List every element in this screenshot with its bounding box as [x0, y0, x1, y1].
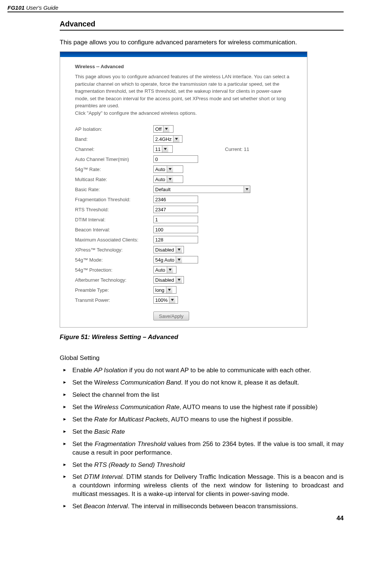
dtim-input[interactable]: 1	[153, 216, 198, 223]
list-item: Set DTIM Interval. DTIM stands for Deliv…	[60, 473, 344, 499]
mode54g-label: 54g™ Mode:	[75, 257, 153, 263]
section-title: Advanced	[60, 20, 344, 31]
chevron-down-icon	[176, 256, 182, 263]
chevron-down-icon	[173, 136, 179, 142]
doc-title: User's Guide	[25, 4, 58, 11]
chevron-down-icon	[176, 246, 182, 253]
preamble-select[interactable]: long	[153, 286, 176, 294]
rts-input[interactable]: 2347	[153, 206, 198, 213]
rts-label: RTS Threshold:	[75, 207, 153, 212]
panel-description: This page allows you to configure advanc…	[75, 73, 300, 117]
chevron-down-icon	[167, 266, 173, 273]
list-item: Set Beacon Interval. The interval in mil…	[60, 502, 344, 511]
afterburner-select[interactable]: Disabled	[153, 276, 184, 284]
global-setting-heading: Global Setting	[60, 354, 344, 362]
rate54g-label: 54g™ Rate:	[75, 167, 153, 172]
multicast-select[interactable]: Auto	[153, 176, 183, 183]
xpress-label: XPress™ Technology:	[75, 247, 153, 253]
chevron-down-icon	[176, 276, 182, 283]
intro-text: This page allows you to configure advanc…	[60, 39, 344, 46]
chevron-down-icon	[163, 126, 169, 132]
list-item: Enable AP Isolation if you do not want A…	[60, 366, 344, 375]
ap-isolation-label: AP Isolation:	[75, 126, 153, 132]
frag-input[interactable]: 2346	[153, 196, 198, 203]
chevron-down-icon	[167, 176, 173, 183]
wireless-advanced-panel: Wireless -- Advanced This page allows yo…	[60, 51, 307, 328]
bullet-list: Enable AP Isolation if you do not want A…	[60, 366, 344, 511]
max-clients-input[interactable]: 128	[153, 236, 198, 243]
current-channel-label: Current: 11	[225, 146, 249, 152]
list-item: Set the Basic Rate	[60, 428, 344, 436]
preamble-label: Preamble Type:	[75, 287, 153, 293]
panel-title: Wireless -- Advanced	[75, 64, 300, 69]
panel-title-bar	[60, 52, 307, 57]
chevron-down-icon	[169, 297, 175, 303]
band-label: Band:	[75, 136, 153, 142]
list-item: Set the RTS (Ready to Send) Threshold	[60, 461, 344, 470]
prot54g-label: 54g™ Protection:	[75, 267, 153, 273]
figure-caption: Figure 51: Wireless Setting – Advanced	[60, 333, 344, 341]
save-apply-button[interactable]: Save/Apply	[153, 312, 189, 320]
list-item: Set the Fragmentation Threshold values f…	[60, 440, 344, 457]
list-item: Set the Wireless Communication Rate, AUT…	[60, 403, 344, 412]
frag-label: Fragmentation Threshold:	[75, 197, 153, 202]
afterburner-label: Afterburner Technology:	[75, 277, 153, 283]
channel-label: Channel:	[75, 146, 153, 152]
page-header: FG101 User's Guide	[7, 4, 344, 12]
chevron-down-icon	[244, 186, 250, 193]
beacon-label: Beacon Interval:	[75, 227, 153, 233]
auto-timer-input[interactable]: 0	[153, 155, 198, 163]
auto-timer-label: Auto Channel Timer(min)	[75, 157, 153, 162]
txpower-label: Transmit Power:	[75, 297, 153, 303]
list-item: Select the channel from the list	[60, 391, 344, 399]
dtim-label: DTIM Interval:	[75, 217, 153, 222]
chevron-down-icon	[162, 146, 168, 152]
xpress-select[interactable]: Disabled	[153, 246, 184, 253]
basic-rate-select[interactable]: Default	[153, 186, 250, 193]
list-item: Set the Wireless Communication Band. If …	[60, 379, 344, 387]
product-name: FG101	[7, 4, 25, 11]
channel-select[interactable]: 11	[153, 145, 173, 153]
list-item: Set the Rate for Multicast Packets, AUTO…	[60, 415, 344, 424]
chevron-down-icon	[167, 166, 173, 173]
multicast-label: Multicast Rate:	[75, 177, 153, 182]
basic-rate-label: Basic Rate:	[75, 187, 153, 192]
chevron-down-icon	[166, 287, 172, 293]
band-select[interactable]: 2.4GHz	[153, 135, 182, 143]
rate54g-select[interactable]: Auto	[153, 165, 183, 173]
txpower-select[interactable]: 100%	[153, 296, 178, 304]
beacon-input[interactable]: 100	[153, 226, 198, 233]
ap-isolation-select[interactable]: Off	[153, 125, 173, 133]
mode54g-select[interactable]: 54g Auto	[153, 256, 198, 263]
page-number: 44	[7, 515, 344, 522]
max-clients-label: Maximum Associated Clients:	[75, 237, 153, 243]
prot54g-select[interactable]: Auto	[153, 266, 176, 274]
